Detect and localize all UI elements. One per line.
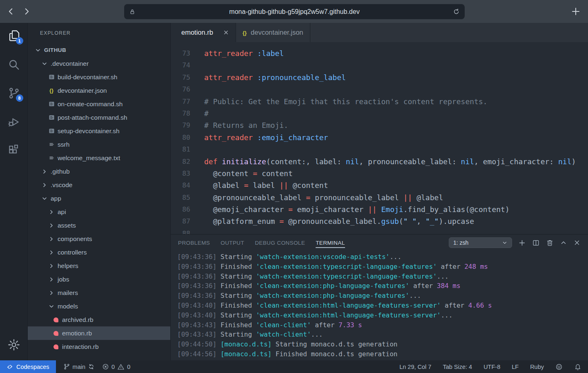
shell-file-icon [47, 115, 56, 120]
code-line[interactable]: 75attr_reader :pronounceable_label [171, 71, 588, 83]
split-terminal-icon[interactable] [532, 239, 540, 247]
tree-item-helpers[interactable]: helpers [28, 259, 170, 272]
close-panel-icon[interactable] [573, 239, 581, 246]
chevron-down-icon [502, 240, 508, 246]
refresh-icon[interactable] [453, 8, 460, 15]
code-line[interactable]: 85 @pronounceable_label = pronounceable_… [171, 192, 588, 203]
tree-item-build-devcontainer-sh[interactable]: build-devcontainer.sh [28, 70, 170, 84]
eol[interactable]: LF [512, 364, 519, 370]
tree-item-post-attach-command-sh[interactable]: post-attach-command.sh [28, 111, 170, 124]
explorer-icon[interactable]: 1 [7, 29, 20, 42]
tree-item-label: .devcontainer [51, 60, 89, 67]
tab-size[interactable]: Tab Size: 4 [443, 364, 472, 370]
tree-item-welcome-message-txt[interactable]: welcome_message.txt [28, 151, 170, 165]
kill-terminal-icon[interactable] [546, 239, 554, 247]
shell-file-icon [47, 128, 56, 134]
tree-item-ssrh[interactable]: ssrh [28, 138, 170, 151]
code-line[interactable]: 76 [171, 83, 588, 95]
line-number: 83 [171, 168, 190, 179]
tree-item-devcontainer-json[interactable]: {}devcontainer.json [28, 84, 170, 97]
problems-indicator[interactable]: 0 0 [102, 363, 130, 371]
tree-item-assets[interactable]: assets [28, 219, 170, 232]
code-line[interactable]: 74 [171, 59, 588, 71]
url-text: mona-github-github-g59jpq2w5w7.github.de… [229, 8, 359, 16]
code-line[interactable]: 84 @label = label || @content [171, 179, 588, 191]
warning-count: 0 [127, 364, 130, 370]
remote-indicator[interactable]: Codespaces [0, 360, 56, 373]
tree-item-jobs[interactable]: jobs [28, 272, 170, 286]
feedback-smiley-icon[interactable] [555, 363, 563, 371]
code-line[interactable]: 81 [171, 143, 588, 155]
code-line[interactable]: 78# [171, 107, 588, 119]
encoding[interactable]: UTF-8 [483, 364, 500, 370]
new-terminal-icon[interactable] [518, 239, 526, 247]
tree-item-label: welcome_message.txt [58, 154, 120, 162]
language-mode[interactable]: Ruby [530, 364, 544, 370]
activity-bar: 1 8 [0, 23, 28, 360]
line-number: 82 [171, 156, 190, 168]
tree-item-setup-devcontainer-sh[interactable]: setup-devcontainer.sh [28, 124, 170, 138]
run-debug-icon[interactable] [7, 115, 20, 128]
tree-item--github[interactable]: .github [28, 165, 170, 178]
tree-item-controllers[interactable]: controllers [28, 246, 170, 259]
back-icon[interactable] [7, 7, 16, 16]
code-line[interactable]: 73attr_reader :label [171, 47, 588, 59]
extensions-icon[interactable] [7, 144, 20, 157]
tree-item--devcontainer[interactable]: .devcontainer [28, 57, 170, 70]
json-file-icon: {} [47, 87, 56, 94]
code-line[interactable]: 86 @emoji_character = emoji_character ||… [171, 203, 588, 215]
tree-item-emotion-rb[interactable]: emotion.rb [28, 326, 170, 340]
editor-tab-devcontainer-json[interactable]: {}devcontainer.json [236, 23, 310, 42]
maximize-panel-icon[interactable] [560, 239, 567, 246]
code-line[interactable]: 88 [171, 228, 588, 234]
code-text: attr_reader :emoji_character [204, 132, 328, 143]
terminal-output[interactable]: [09:43:36] Starting 'watch-extension:vsc… [171, 251, 588, 360]
forward-icon[interactable] [22, 7, 31, 16]
tree-item-archived-rb[interactable]: archived.rb [28, 313, 170, 326]
tab-bar: emotion.rb{}devcontainer.json [171, 23, 588, 42]
code-line[interactable]: 80attr_reader :emoji_character [171, 132, 588, 143]
panel-tab-terminal[interactable]: TERMINAL [316, 235, 345, 251]
code-text: @pronounceable_label = pronounceable_lab… [204, 192, 443, 203]
cursor-position[interactable]: Ln 29, Col 7 [399, 364, 431, 370]
new-tab-icon[interactable] [571, 7, 581, 16]
editor-tab-emotion-rb[interactable]: emotion.rb [171, 23, 236, 42]
tree-item-interaction-rb[interactable]: interaction.rb [28, 340, 170, 353]
code-line[interactable]: 79# Returns an Emoji. [171, 119, 588, 131]
terminal-line: [09:43:36] Finished 'clean-extension:typ… [177, 262, 588, 272]
terminal-line: [09:43:40] Finished 'clean-extension:htm… [177, 301, 588, 310]
code-line[interactable]: 83 @content = content [171, 168, 588, 179]
line-number: 78 [171, 107, 190, 119]
tree-item--vscode[interactable]: .vscode [28, 178, 170, 192]
panel-tab-problems[interactable]: PROBLEMS [178, 235, 210, 251]
terminal-select[interactable]: 1: zsh [449, 237, 512, 248]
settings-gear-icon[interactable] [7, 338, 20, 351]
tree-item-api[interactable]: api [28, 205, 170, 219]
tree-item-github[interactable]: GITHUB [28, 43, 170, 57]
url-bar[interactable]: mona-github-github-g59jpq2w5w7.github.de… [124, 4, 465, 19]
terminal-select-label: 1: zsh [453, 239, 468, 246]
code-line[interactable]: 82def initialize(content:, label: nil, p… [171, 156, 588, 168]
panel-tab-debug-console[interactable]: DEBUG CONSOLE [255, 235, 305, 251]
branch-indicator[interactable]: main [63, 363, 95, 370]
source-control-icon[interactable]: 8 [7, 87, 20, 100]
code-line[interactable]: 77# Public: Get the Emoji that this reac… [171, 96, 588, 107]
tree-item-models[interactable]: models [28, 299, 170, 313]
tree-item-mailers[interactable]: mailers [28, 286, 170, 299]
search-icon[interactable] [7, 58, 20, 71]
shell-file-icon [47, 74, 56, 80]
tree-item-on-create-command-sh[interactable]: on-create-command.sh [28, 97, 170, 111]
close-tab-icon[interactable] [223, 29, 229, 36]
code-text: attr_reader :label [204, 47, 284, 59]
code-line[interactable]: 87 @platform_enum = @pronounceable_label… [171, 215, 588, 227]
line-number: 76 [171, 83, 190, 95]
chevron-right-icon [47, 236, 56, 242]
error-icon [102, 363, 109, 370]
tree-item-components[interactable]: components [28, 232, 170, 246]
notifications-bell-icon[interactable] [574, 363, 581, 371]
panel-tabs: PROBLEMSOUTPUTDEBUG CONSOLETERMINAL [178, 235, 356, 251]
code-editor[interactable]: 73attr_reader :label7475attr_reader :pro… [171, 42, 588, 234]
warning-icon [117, 363, 125, 371]
tree-item-app[interactable]: app [28, 192, 170, 205]
panel-tab-output[interactable]: OUTPUT [220, 235, 244, 251]
